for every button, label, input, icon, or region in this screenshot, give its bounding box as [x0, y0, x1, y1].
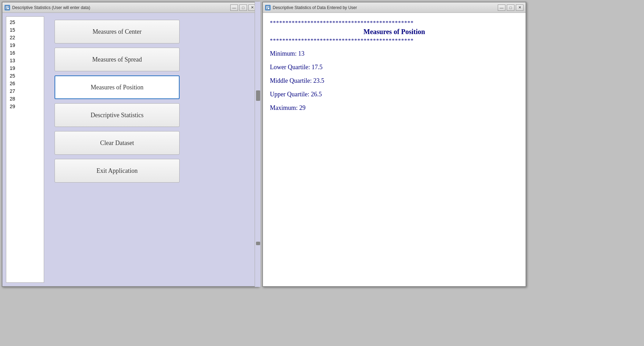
- middle-quartile-line: Middle Quartile: 23.5: [270, 77, 519, 85]
- svg-rect-6: [268, 7, 269, 8]
- descriptive-statistics-button[interactable]: Descriptive Statistics: [55, 103, 180, 127]
- measures-of-spread-button[interactable]: Measures of Spread: [55, 48, 180, 71]
- exit-application-button[interactable]: Exit Application: [55, 159, 180, 183]
- right-close-button[interactable]: ✕: [516, 5, 523, 11]
- left-maximize-button[interactable]: □: [239, 5, 247, 11]
- right-window: Descriptive Statistics of Data Entered b…: [262, 2, 526, 287]
- list-item: 13: [8, 57, 42, 64]
- minimum-line: Minimum: 13: [270, 50, 519, 57]
- data-list[interactable]: 251522191613192526272829: [6, 16, 44, 283]
- left-window-controls: — □ ✕: [230, 5, 256, 11]
- upper-quartile-line: Upper Quartile: 26.5: [270, 91, 519, 98]
- list-item: 19: [8, 64, 42, 72]
- right-minimize-button[interactable]: —: [498, 5, 505, 11]
- measures-of-position-button[interactable]: Measures of Position: [55, 75, 180, 99]
- right-titlebar: Descriptive Statistics of Data Entered b…: [263, 2, 526, 13]
- list-item: 19: [8, 41, 42, 49]
- svg-rect-5: [267, 7, 268, 8]
- top-stars: ****************************************…: [270, 20, 519, 26]
- list-item: 25: [8, 18, 42, 26]
- right-content: ****************************************…: [263, 13, 526, 286]
- measures-of-center-button[interactable]: Measures of Center: [55, 20, 180, 43]
- left-titlebar: Descriptive Statistics (User will enter …: [2, 2, 258, 13]
- list-item: 29: [8, 103, 42, 110]
- list-item: 25: [8, 72, 42, 80]
- left-minimize-button[interactable]: —: [230, 5, 238, 11]
- list-item: 22: [8, 34, 42, 41]
- buttons-panel: Measures of CenterMeasures of SpreadMeas…: [48, 16, 255, 283]
- list-item: 26: [8, 80, 42, 87]
- scroll-handle[interactable]: [255, 2, 261, 287]
- right-window-controls: — □ ✕: [498, 5, 523, 11]
- right-window-title: Descriptive Statistics of Data Entered b…: [273, 5, 357, 10]
- list-item: 27: [8, 87, 42, 95]
- left-content: 251522191613192526272829 Measures of Cen…: [2, 13, 258, 286]
- clear-dataset-button[interactable]: Clear Dataset: [55, 131, 180, 155]
- list-item: 15: [8, 26, 42, 34]
- right-app-icon: [265, 5, 271, 10]
- left-window-title: Descriptive Statistics (User will enter …: [12, 5, 90, 10]
- titlebar-left: Descriptive Statistics (User will enter …: [5, 5, 90, 10]
- list-item: 28: [8, 95, 42, 103]
- svg-rect-1: [6, 7, 7, 8]
- svg-rect-2: [8, 7, 9, 8]
- right-titlebar-left: Descriptive Statistics of Data Entered b…: [265, 5, 357, 10]
- svg-rect-7: [267, 8, 268, 9]
- maximum-line: Maximum: 29: [270, 104, 519, 112]
- left-window: Descriptive Statistics (User will enter …: [2, 2, 259, 287]
- scroll-thumb-top: [256, 90, 260, 101]
- scroll-thumb-bottom: [256, 242, 260, 245]
- app-icon: [5, 5, 10, 10]
- list-item: 16: [8, 49, 42, 57]
- right-maximize-button[interactable]: □: [507, 5, 514, 11]
- output-title: Measures of Position: [270, 28, 519, 36]
- bottom-stars: ****************************************…: [270, 38, 519, 44]
- svg-rect-3: [6, 8, 7, 9]
- lower-quartile-line: Lower Quartile: 17.5: [270, 64, 519, 71]
